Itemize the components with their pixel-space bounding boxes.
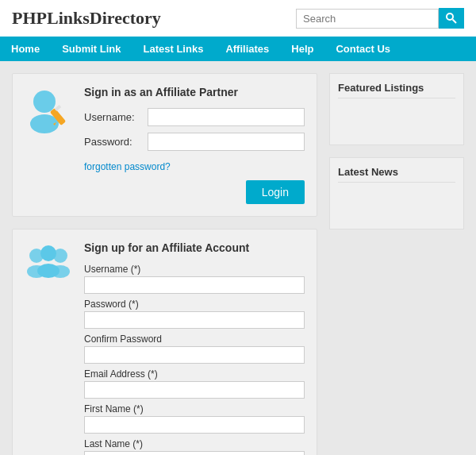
signup-email-input[interactable] xyxy=(84,381,305,399)
nav-affiliates[interactable]: Affiliates xyxy=(214,37,280,61)
signup-password-input[interactable] xyxy=(84,311,305,329)
signup-username-row: Username (*) xyxy=(84,264,305,294)
signup-password-label: Password (*) xyxy=(84,299,305,310)
main-content: Sign in as an Affiliate Partner Username… xyxy=(0,61,476,455)
svg-line-1 xyxy=(453,20,457,24)
signup-lastname-row: Last Name (*) xyxy=(84,438,305,455)
signup-panel: Sign up for an Affiliate Account Usernam… xyxy=(12,229,317,455)
svg-point-0 xyxy=(447,13,453,20)
login-button[interactable]: Login xyxy=(246,180,305,204)
nav-contact[interactable]: Contact Us xyxy=(324,37,401,61)
signin-heading: Sign in as an Affiliate Partner xyxy=(84,86,305,98)
navbar: Home Submit Link Latest Links Affiliates… xyxy=(0,37,476,61)
signup-heading: Sign up for an Affiliate Account xyxy=(84,241,305,254)
username-label: Username: xyxy=(84,111,148,123)
group-users-icon xyxy=(25,241,72,289)
featured-listings-panel: Featured Listings xyxy=(329,73,464,145)
password-label: Password: xyxy=(84,136,148,148)
nav-help[interactable]: Help xyxy=(280,37,324,61)
right-column: Featured Listings Latest News xyxy=(329,73,464,455)
search-area xyxy=(296,8,464,29)
site-title: PHPLinksDirectory xyxy=(12,8,161,29)
signup-password-row: Password (*) xyxy=(84,299,305,329)
login-row: Login xyxy=(84,180,305,204)
search-icon xyxy=(445,12,458,25)
nav-home[interactable]: Home xyxy=(0,37,51,61)
signup-username-label: Username (*) xyxy=(84,264,305,275)
left-column: Sign in as an Affiliate Partner Username… xyxy=(12,73,317,455)
signup-email-label: Email Address (*) xyxy=(84,368,305,380)
signup-username-input[interactable] xyxy=(84,276,305,294)
signup-firstname-label: First Name (*) xyxy=(84,403,305,415)
signin-panel: Sign in as an Affiliate Partner Username… xyxy=(12,73,317,217)
signup-section: Sign up for an Affiliate Account Usernam… xyxy=(25,241,305,455)
featured-listings-content xyxy=(338,105,455,137)
svg-point-12 xyxy=(37,264,60,278)
nav-latest-links[interactable]: Latest Links xyxy=(132,37,215,61)
username-row: Username: xyxy=(84,108,305,126)
signin-section: Sign in as an Affiliate Partner Username… xyxy=(25,86,305,204)
svg-point-11 xyxy=(40,245,56,261)
signup-confirm-row: Confirm Password xyxy=(84,334,305,364)
svg-point-2 xyxy=(33,91,56,113)
signup-confirm-label: Confirm Password xyxy=(84,334,305,345)
signup-lastname-input[interactable] xyxy=(84,451,305,455)
search-input[interactable] xyxy=(296,9,439,29)
signup-firstname-row: First Name (*) xyxy=(84,403,305,434)
signup-lastname-label: Last Name (*) xyxy=(84,438,305,449)
signup-form-area: Sign up for an Affiliate Account Usernam… xyxy=(84,241,305,455)
signup-firstname-input[interactable] xyxy=(84,416,305,434)
user-edit-icon xyxy=(25,86,72,133)
signup-confirm-input[interactable] xyxy=(84,346,305,364)
signin-username-input[interactable] xyxy=(148,108,305,126)
featured-listings-title: Featured Listings xyxy=(338,82,455,98)
password-row: Password: xyxy=(84,133,305,151)
latest-news-content xyxy=(338,189,455,221)
forgot-password-link[interactable]: forgotten password? xyxy=(84,161,171,172)
signup-email-row: Email Address (*) xyxy=(84,368,305,399)
nav-submit-link[interactable]: Submit Link xyxy=(51,37,132,61)
search-button[interactable] xyxy=(439,8,464,29)
signin-form-area: Sign in as an Affiliate Partner Username… xyxy=(84,86,305,204)
latest-news-panel: Latest News xyxy=(329,157,464,229)
header: PHPLinksDirectory xyxy=(0,0,476,37)
signin-password-input[interactable] xyxy=(148,133,305,151)
latest-news-title: Latest News xyxy=(338,166,455,183)
